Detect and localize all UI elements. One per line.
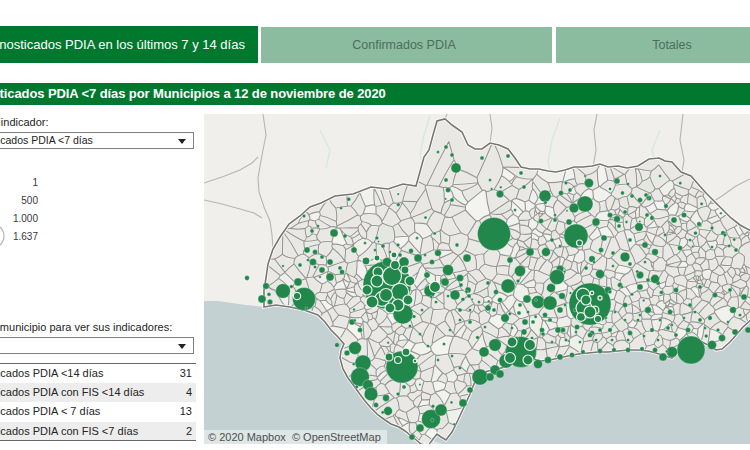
svg-text:© 2020 Mapbox © OpenStreetMap: © 2020 Mapbox © OpenStreetMap bbox=[208, 431, 381, 443]
